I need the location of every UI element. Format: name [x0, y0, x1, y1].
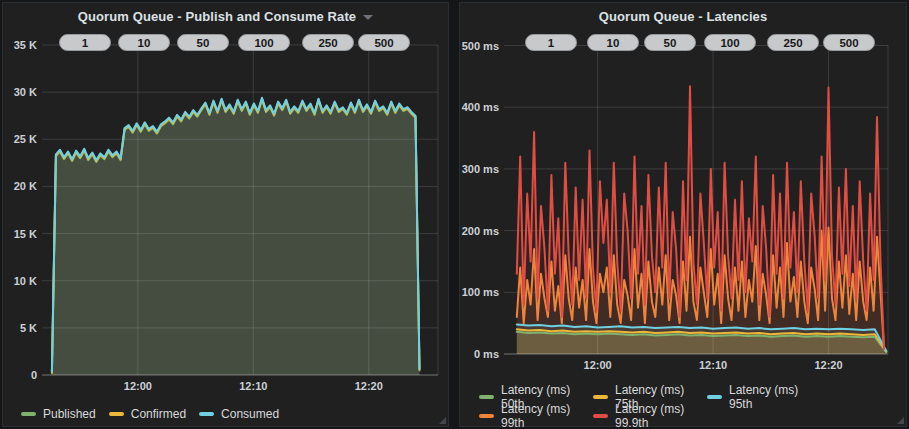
- panel-resize-handle[interactable]: [439, 417, 446, 424]
- annotation-pill-10[interactable]: 10: [118, 34, 170, 51]
- legend-item-latency-ms-99-9th[interactable]: Latency (ms) 99.9th: [593, 402, 707, 429]
- y-axis-tick-label: 400 ms: [462, 101, 499, 113]
- annotation-pill-50[interactable]: 50: [644, 34, 696, 51]
- legend-label: Published: [43, 407, 96, 421]
- legend-item-latency-ms-95th[interactable]: Latency (ms) 95th: [707, 383, 821, 411]
- legend-dash-icon: [479, 414, 494, 418]
- panel-title[interactable]: Quorum Queue - Latencies: [599, 9, 768, 24]
- y-axis-tick-label: 20 K: [14, 180, 37, 192]
- annotation-pill-250[interactable]: 250: [302, 34, 354, 51]
- y-axis-tick-label: 5 K: [20, 322, 37, 334]
- legend-dash-icon: [707, 395, 722, 399]
- panel-latencies: Quorum Queue - Latencies 0 ms100 ms200 m…: [459, 2, 907, 427]
- annotation-pill-1[interactable]: 1: [525, 34, 577, 51]
- x-axis-tick-label: 12:00: [584, 359, 612, 371]
- y-axis-tick-label: 0 ms: [474, 348, 499, 360]
- panel-menu-caret-icon[interactable]: [363, 15, 373, 20]
- x-axis-tick-label: 12:20: [355, 380, 383, 392]
- panel-publish-consume-rate: Quorum Queue - Publish and Consume Rate …: [2, 2, 449, 427]
- annotation-pill-10[interactable]: 10: [587, 34, 639, 51]
- legend-label: Latency (ms) 99.9th: [615, 402, 707, 429]
- legend-label: Latency (ms) 99th: [501, 402, 593, 429]
- legend-item-consumed[interactable]: Consumed: [199, 407, 279, 421]
- legend-label: Confirmed: [131, 407, 186, 421]
- annotation-pill-500[interactable]: 500: [358, 34, 410, 51]
- y-axis-tick-label: 25 K: [14, 133, 37, 145]
- legend-dash-icon: [21, 412, 36, 416]
- panel-title[interactable]: Quorum Queue - Publish and Consume Rate: [78, 9, 356, 24]
- annotation-pill-100[interactable]: 100: [704, 34, 756, 51]
- x-axis-tick-label: 12:10: [239, 380, 267, 392]
- y-axis-tick-label: 100 ms: [462, 286, 499, 298]
- legend-dash-icon: [109, 412, 124, 416]
- chart-canvas-latencies[interactable]: 0 ms100 ms200 ms300 ms400 ms500 ms12:001…: [460, 30, 908, 398]
- legend-label: Consumed: [221, 407, 279, 421]
- legend-item-confirmed[interactable]: Confirmed: [109, 407, 186, 421]
- chart-legend: PublishedConfirmedConsumed: [21, 404, 442, 423]
- y-axis-tick-label: 500 ms: [462, 40, 499, 52]
- y-axis-tick-label: 15 K: [14, 228, 37, 240]
- y-axis-tick-label: 35 K: [14, 39, 37, 51]
- annotation-pill-500[interactable]: 500: [823, 34, 875, 51]
- chart-canvas-publish-consume[interactable]: 05 K10 K15 K20 K25 K30 K35 K12:0012:1012…: [3, 30, 450, 398]
- x-axis-tick-label: 12:00: [124, 380, 152, 392]
- legend-dash-icon: [199, 412, 214, 416]
- annotation-pill-250[interactable]: 250: [767, 34, 819, 51]
- x-axis-tick-label: 12:10: [699, 359, 727, 371]
- legend-dash-icon: [479, 395, 494, 399]
- legend-dash-icon: [593, 395, 608, 399]
- annotation-pill-100[interactable]: 100: [238, 34, 290, 51]
- y-axis-tick-label: 10 K: [14, 275, 37, 287]
- panel-header: Quorum Queue - Publish and Consume Rate: [3, 3, 448, 30]
- y-axis-tick-label: 0: [31, 369, 37, 381]
- y-axis-tick-label: 300 ms: [462, 163, 499, 175]
- legend-label: Latency (ms) 95th: [729, 383, 821, 411]
- legend-dash-icon: [593, 414, 608, 418]
- x-axis-tick-label: 12:20: [814, 359, 842, 371]
- y-axis-tick-label: 200 ms: [462, 225, 499, 237]
- legend-item-latency-ms-99th[interactable]: Latency (ms) 99th: [479, 402, 593, 429]
- y-axis-tick-label: 30 K: [14, 86, 37, 98]
- chart-legend: Latency (ms) 50thLatency (ms) 75thLatenc…: [479, 387, 900, 425]
- panel-header: Quorum Queue - Latencies: [460, 3, 906, 30]
- legend-item-published[interactable]: Published: [21, 407, 96, 421]
- panel-resize-handle[interactable]: [897, 417, 904, 424]
- annotation-pill-50[interactable]: 50: [177, 34, 229, 51]
- annotation-pill-1[interactable]: 1: [59, 34, 111, 51]
